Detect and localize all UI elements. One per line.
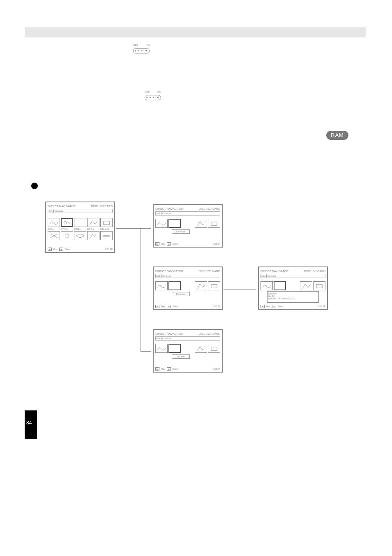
connector-line [141, 288, 151, 288]
svg-rect-1 [104, 221, 109, 225]
dn-thumb-selected [61, 218, 73, 227]
svg-rect-4 [211, 285, 217, 288]
step-5-text-b: Slide [51, 94, 63, 101]
stop-icon: ■ [167, 305, 171, 308]
dn-erase-menu-option: Erase title [172, 229, 190, 234]
stop-icon: ■ [272, 305, 276, 308]
dn-main-col-all: ALL [48, 209, 54, 213]
mode-switch-icon-2: OFFON [145, 91, 161, 100]
dn-panel-properties: DIRECT NAVIGATOR DISC SD CARD ALL Cinema… [153, 266, 223, 310]
bullet-icon [31, 183, 38, 189]
play-icon: ▶ [155, 242, 159, 246]
dn-props-thumbs [155, 281, 220, 290]
dn-props-menu-option: Properties [172, 292, 190, 296]
stop-icon: ■ [167, 242, 171, 246]
dn-main-tab-disc: DISC [91, 205, 98, 208]
ram-badge: RAM [326, 131, 348, 140]
dn-main-col-cinema: Cinema [54, 209, 112, 213]
label-edit-sub: You can perform various kinds of editing… [230, 349, 345, 361]
dn-edit-menu-option: Edit Title [172, 354, 190, 359]
stop-icon: ■ [59, 248, 63, 251]
label-erase-sub: Erase a title. [230, 217, 255, 223]
switch-off-label-2: OFF [145, 91, 150, 93]
dn-main-header: ALL Cinema [48, 209, 113, 213]
dn-panel-properties-detail: DIRECT NAVIGATOR DISC SD CARD ALL Cinema… [258, 266, 328, 310]
switch-on-label: ON [146, 44, 150, 46]
label-edit-title: Edit Title (➔ page 85) [230, 341, 279, 348]
label-properties-sub: Check the title information (e.g., date … [230, 323, 345, 329]
play-icon: ▶ [155, 367, 159, 371]
dn-main-tab-sd: SD CARD [99, 205, 113, 208]
svg-point-2 [65, 234, 69, 238]
dn-main-title: DIRECT NAVIGATOR [48, 205, 76, 208]
dn-propsd-title: DIRECT NAVIGATOR [261, 270, 288, 273]
dn-edit-title: DIRECT NAVIGATOR [155, 332, 183, 335]
step-4-sub: You can confirm the registered title in … [51, 58, 145, 65]
dn-thumb [48, 231, 60, 240]
stop-icon: ■ [167, 367, 171, 371]
dn-panel-main: DIRECT NAVIGATOR DISC SD CARD ALL Cinema… [45, 202, 115, 253]
label-erase-title: Erase title (➔ page 85) [230, 209, 282, 216]
dn-thumb [74, 231, 86, 240]
dn-main-row2-labels: 8/6 Sat 8/7 Sun 8/8 Mon 8/9 Tue 8/10 Wed [48, 228, 113, 230]
svg-rect-6 [211, 347, 217, 350]
dn-propsd-info-box: Dinosaur No. 02 Date 8/2 TUE Time 0:30 (… [267, 291, 319, 303]
dn-props-title: DIRECT NAVIGATOR [155, 270, 183, 273]
header-bar [25, 27, 366, 37]
dn-main-footer: ▶Play ■Select 0:58 SP [48, 247, 113, 251]
dn-thumb [100, 218, 113, 227]
dn-thumb [87, 231, 99, 240]
svg-rect-3 [211, 222, 217, 225]
dn-thumb [100, 231, 113, 240]
dn-thumb [61, 231, 73, 240]
switch-on-label-2: ON [157, 91, 161, 93]
connector-line [141, 228, 141, 352]
step-4-text-b: to the left twice to select "DISC". [154, 45, 230, 53]
step-4-text-a: Slide [51, 45, 63, 53]
dn-panel-edit: DIRECT NAVIGATOR DISC SD CARD ALL Cinema… [153, 329, 223, 373]
dn-panel-erase: DIRECT NAVIGATOR DISC SD CARD ALL Cinema… [153, 204, 223, 248]
dn-main-thumbs-row1 [48, 218, 113, 227]
step-5-sub2: Press [RETURN]. [51, 115, 93, 123]
mode-switch-icon: OFFON [133, 44, 150, 53]
step-5-number: 5 [37, 81, 41, 91]
dn-main-thumbs-row2 [48, 231, 113, 240]
play-icon: ▶ [155, 305, 159, 308]
connector-line [224, 290, 256, 290]
play-icon: ▶ [48, 248, 52, 251]
page: 84 4 Slide OFFON to the left twice to se… [0, 0, 392, 556]
heading-deleting: Deleting a title during play [31, 132, 119, 142]
bullet-heading: Operation of Title view [43, 183, 104, 191]
step-5-sub: To return to the previous screen [51, 106, 132, 114]
dn-thumb [74, 218, 86, 227]
step-4-number: 4 [37, 44, 41, 55]
svg-rect-5 [316, 285, 322, 288]
play-icon: ▶ [261, 305, 265, 308]
dn-erase-title: DIRECT NAVIGATOR [155, 207, 183, 210]
para-precondition: (The disc must not be protected and ther… [31, 151, 344, 157]
step-5-text-a: To exit the screen [51, 81, 96, 89]
page-number: 84 [26, 419, 32, 426]
connector-line [141, 228, 151, 229]
step-5-text-c: up. [164, 94, 172, 101]
switch-off-label: OFF [133, 44, 138, 46]
connector-line [116, 228, 141, 229]
dn-thumb [48, 218, 60, 227]
dn-edit-thumbs [155, 344, 220, 353]
label-properties: Properties [230, 316, 254, 323]
svg-point-0 [64, 221, 67, 224]
connector-line [141, 351, 151, 352]
dn-propsd-thumbs [261, 281, 325, 290]
dn-main-titlebar: DIRECT NAVIGATOR DISC SD CARD [48, 203, 113, 209]
dn-propsd-datetime: Date 8/2 TUE Time 0:30 (SP) [268, 297, 318, 300]
dn-erase-thumbs [155, 219, 220, 228]
dn-thumb [87, 218, 99, 227]
